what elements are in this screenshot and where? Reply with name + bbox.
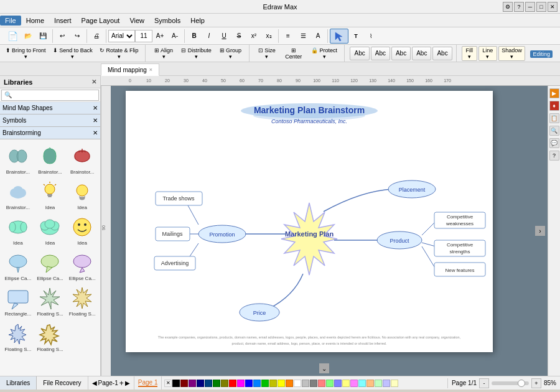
- section-mindmap[interactable]: Mind Map Shapes ✕: [0, 102, 100, 114]
- scroll-arrow-bottom[interactable]: ⌄: [319, 363, 329, 373]
- scroll-arrow-right[interactable]: ›: [535, 226, 545, 236]
- send-to-back-btn[interactable]: ⬇ Send to Back ▾: [50, 46, 95, 61]
- align-btn2[interactable]: ⊞ Align ▾: [151, 46, 177, 61]
- color-btn[interactable]: A: [310, 29, 325, 44]
- side-btn-2[interactable]: ♦: [549, 101, 559, 111]
- shape-starburst1[interactable]: Floating S...: [35, 284, 66, 318]
- connector-tool[interactable]: ⌇: [363, 29, 378, 44]
- open-btn[interactable]: 📂: [21, 29, 35, 44]
- protect-btn[interactable]: 🔒 Protect ▾: [308, 46, 341, 61]
- shape-smiley[interactable]: Idea: [67, 213, 98, 247]
- tab-file-recovery[interactable]: File Recovery: [37, 376, 87, 390]
- minimize-btn[interactable]: ─: [525, 2, 535, 12]
- bullet-btn[interactable]: ≡: [281, 29, 296, 44]
- close-btn[interactable]: ✕: [548, 2, 558, 12]
- menu-view[interactable]: View: [124, 16, 149, 26]
- font-size-down[interactable]: A-: [167, 29, 182, 44]
- side-btn-3[interactable]: 📋: [549, 113, 559, 123]
- shape-rectangle[interactable]: Rectangle...: [2, 284, 34, 318]
- style-btn-2[interactable]: Abc: [371, 47, 390, 60]
- menu-help[interactable]: Help: [185, 16, 210, 26]
- drawing-area[interactable]: Marketing Plan Brainstorm Contoso Pharma…: [111, 86, 548, 376]
- distribute-btn[interactable]: ⊟ Distribute ▾: [178, 46, 215, 61]
- select-tool[interactable]: [330, 29, 348, 44]
- superscript-btn[interactable]: x²: [246, 29, 261, 44]
- color-3[interactable]: [189, 380, 196, 387]
- side-btn-5[interactable]: 💬: [549, 138, 559, 148]
- menu-home[interactable]: Home: [21, 16, 49, 26]
- redo-btn[interactable]: ↪: [70, 29, 85, 44]
- current-page-tab[interactable]: Page 1: [138, 379, 158, 387]
- panel-close-btn[interactable]: ✕: [91, 78, 96, 85]
- color-8[interactable]: [229, 380, 236, 387]
- new-btn[interactable]: 📄: [5, 29, 21, 44]
- underline-btn[interactable]: U: [217, 29, 231, 44]
- menu-insert[interactable]: Insert: [49, 16, 77, 26]
- help-btn[interactable]: ?: [514, 2, 524, 12]
- rotate-flip-btn[interactable]: ↻ Rotate & Flip ▾: [96, 46, 141, 61]
- section-brainstorming-close[interactable]: ✕: [93, 129, 98, 136]
- shape-brain3[interactable]: Brainstor...: [67, 142, 98, 176]
- shape-bulb2[interactable]: Idea: [67, 177, 98, 212]
- section-symbols[interactable]: Symbols ✕: [0, 114, 100, 127]
- color-13[interactable]: [269, 380, 277, 387]
- doc-tab-close[interactable]: ×: [149, 67, 152, 73]
- style-btn-4[interactable]: Abc: [412, 47, 431, 60]
- color-7[interactable]: [221, 380, 228, 387]
- color-19[interactable]: [318, 380, 325, 387]
- zoom-out-btn[interactable]: -: [479, 378, 489, 388]
- color-26[interactable]: [375, 380, 382, 387]
- font-select[interactable]: Arial: [108, 30, 135, 42]
- color-6[interactable]: [213, 380, 220, 387]
- side-btn-6[interactable]: ?: [549, 151, 559, 161]
- text-tool[interactable]: T: [348, 29, 363, 44]
- shape-brain1[interactable]: Brainstor...: [2, 142, 34, 176]
- subscript-btn[interactable]: x₂: [261, 29, 276, 44]
- shadow-btn[interactable]: Shadow ▾: [498, 46, 526, 61]
- center-btn[interactable]: ⊞ Center: [281, 46, 307, 61]
- undo-btn[interactable]: ↩: [55, 29, 70, 44]
- strikethrough-btn[interactable]: S: [231, 29, 246, 44]
- shape-cloud2[interactable]: Idea: [2, 213, 34, 247]
- color-25[interactable]: [366, 380, 374, 387]
- group-btn[interactable]: ⊞ Group ▾: [216, 46, 245, 61]
- section-brainstorming[interactable]: Brainstorming ✕: [0, 127, 100, 139]
- side-btn-4[interactable]: 🔍: [549, 126, 559, 136]
- color-10[interactable]: [245, 380, 253, 387]
- fill-btn[interactable]: Fill ▾: [462, 46, 477, 61]
- shape-cloud1[interactable]: Brainstor...: [2, 177, 34, 212]
- menu-symbols[interactable]: Symbols: [149, 16, 185, 26]
- search-input[interactable]: [1, 90, 99, 101]
- color-12[interactable]: [261, 380, 269, 387]
- next-page-btn[interactable]: ▶: [125, 380, 130, 386]
- bold-btn[interactable]: B: [187, 29, 202, 44]
- zoom-slider[interactable]: [492, 381, 529, 385]
- shape-starburst3[interactable]: Floating S...: [2, 319, 34, 353]
- font-size-input[interactable]: [135, 30, 152, 42]
- color-24[interactable]: [358, 380, 366, 387]
- style-btn-1[interactable]: Abc: [350, 47, 369, 60]
- section-symbols-close[interactable]: ✕: [93, 117, 98, 124]
- shape-starburst2[interactable]: Floating S...: [67, 284, 98, 318]
- bring-to-front-btn[interactable]: ⬆ Bring to Front ▾: [2, 46, 49, 61]
- side-btn-1[interactable]: ▶: [549, 88, 559, 98]
- save-btn[interactable]: 💾: [35, 29, 50, 44]
- shape-cloud3[interactable]: Idea: [35, 213, 66, 247]
- style-btn-5[interactable]: Abc: [432, 47, 452, 60]
- color-16[interactable]: [294, 380, 301, 387]
- shape-ellipse3[interactable]: Ellipse Ca...: [67, 248, 98, 282]
- shape-starburst4[interactable]: Floating S...: [35, 319, 66, 353]
- print-btn[interactable]: 🖨: [89, 29, 104, 44]
- menu-page-layout[interactable]: Page Layout: [77, 16, 125, 26]
- line-btn[interactable]: Line ▾: [478, 46, 497, 61]
- color-21[interactable]: [334, 380, 342, 387]
- color-11[interactable]: [253, 380, 261, 387]
- color-9[interactable]: [237, 380, 245, 387]
- color-27[interactable]: [383, 380, 390, 387]
- menu-file[interactable]: File: [0, 16, 21, 26]
- prev-page-btn[interactable]: ◀: [92, 380, 97, 386]
- color-5[interactable]: [205, 380, 212, 387]
- color-4[interactable]: [197, 380, 204, 387]
- color-14[interactable]: [278, 380, 285, 387]
- color-15[interactable]: [286, 380, 293, 387]
